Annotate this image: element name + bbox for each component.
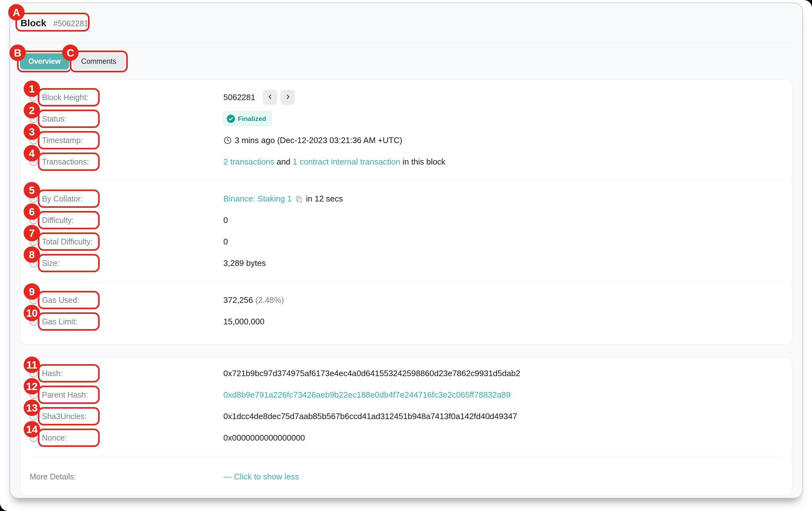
details-card: ?Hash:110x721b9bc97d374975af6173e4ec4a0d… (20, 357, 792, 496)
help-icon[interactable]: ? (30, 195, 37, 203)
value-text: 3,289 bytes (223, 258, 266, 268)
row-label-text: Status: (42, 114, 66, 124)
value-text: 3 mins ago (Dec-12-2023 03:21:36 AM +UTC… (235, 135, 402, 145)
row-label-text: Nonce: (42, 433, 67, 442)
row-label-cell: ?Total Difficulty:7 (30, 237, 223, 246)
row-value-cell: Binance: Staking 1in 12 secs (223, 194, 783, 204)
value-text: 372,256 (223, 295, 255, 305)
help-icon[interactable]: ? (30, 115, 37, 123)
row-label-text: Timestamp: (42, 136, 83, 145)
value-text: 0 (223, 237, 228, 247)
status-badge: Finalized (223, 111, 271, 126)
next-block-button[interactable] (281, 90, 295, 105)
tab-comments[interactable]: CommentsC (72, 53, 125, 70)
value-text: 5062281 (223, 92, 255, 102)
detail-row: ?Gas Used:9372,256 (2.48%) (30, 289, 783, 311)
row-label-cell: ?Block Height:1 (30, 93, 223, 102)
detail-row: ?By Collator:5Binance: Staking 1in 12 se… (30, 188, 783, 209)
row-label-text: Sha3Uncles: (42, 412, 87, 421)
value-link[interactable]: 1 contract internal transaction (293, 157, 400, 167)
row-value-cell: 0 (223, 237, 783, 247)
detail-row: ?Nonce:140x0000000000000000 (30, 427, 783, 449)
row-value-cell: 3,289 bytes (223, 258, 783, 268)
value-text: 0x0000000000000000 (223, 433, 305, 443)
detail-row: ?Sha3Uncles:130x1dcc4de8dec75d7aab85b567… (30, 405, 783, 427)
help-icon[interactable]: ? (30, 136, 37, 144)
row-label-cell: ?Difficulty:6 (30, 216, 223, 225)
details-card: ?Block Height:15062281?Status:2Finalized… (20, 79, 792, 345)
row-label-text: By Collator: (42, 194, 83, 204)
detail-row: ?Transactions:42 transactions and 1 cont… (30, 151, 783, 172)
value-link[interactable]: Binance: Staking 1 (223, 194, 292, 204)
value-link[interactable]: 2 transactions (223, 157, 274, 167)
row-label-cell: More Details: (30, 472, 223, 481)
help-icon[interactable]: ? (30, 434, 37, 442)
value-link[interactable]: 0xd8b9e791a226fc73426aeb9b22ec188e0db4f7… (223, 390, 511, 400)
help-icon[interactable]: ? (30, 318, 37, 326)
row-label-cell: ?Gas Limit:10 (30, 317, 223, 326)
copy-icon[interactable] (295, 195, 303, 203)
help-icon[interactable]: ? (30, 216, 37, 224)
value-muted-text: (2.48%) (255, 295, 284, 305)
row-label-text: Difficulty: (42, 216, 74, 225)
row-value-cell: 0x721b9bc97d374975af6173e4ec4a0d64155324… (223, 369, 783, 378)
block-explorer-page: Block #5062281 A OverviewBCommentsC ?Blo… (9, 2, 803, 499)
block-number: #5062281 (53, 19, 88, 28)
row-label-cell: ?Gas Used:9 (30, 296, 223, 305)
detail-row: ?Block Height:15062281 (30, 86, 783, 108)
row-label-cell: ?Nonce:14 (30, 433, 223, 442)
row-value-cell: 5062281 (223, 90, 783, 105)
row-label-text: Hash: (42, 369, 62, 378)
row-value-cell: — Click to show less (223, 472, 783, 482)
row-value-cell: 15,000,000 (223, 317, 783, 327)
help-icon[interactable]: ? (30, 296, 37, 304)
prev-block-button[interactable] (263, 90, 277, 105)
value-link[interactable]: — Click to show less (223, 472, 299, 482)
row-label-text: Gas Limit: (42, 317, 78, 326)
row-label-text: Gas Used: (42, 296, 79, 305)
screenshot-canvas: Block #5062281 A OverviewBCommentsC ?Blo… (0, 0, 812, 511)
annotation-badge: B (9, 45, 26, 61)
value-text: 15,000,000 (223, 317, 264, 327)
value-text: 0x721b9bc97d374975af6173e4ec4a0d64155324… (223, 369, 520, 378)
detail-row: ?Total Difficulty:70 (30, 231, 783, 252)
value-text: 0x1dcc4de8dec75d7aab85b567b6ccd41ad31245… (223, 411, 517, 421)
tab-label: Comments (81, 57, 116, 66)
detail-row: ?Status:2Finalized (30, 108, 783, 130)
help-icon[interactable]: ? (30, 370, 37, 377)
row-value-cell: 372,256 (2.48%) (223, 295, 783, 305)
tab-bar: OverviewBCommentsC (20, 53, 792, 70)
row-value-cell: 0xd8b9e791a226fc73426aeb9b22ec188e0db4f7… (223, 390, 783, 400)
chevron-left-icon (267, 93, 273, 101)
status-badge-label: Finalized (238, 115, 266, 123)
row-label-text: More Details: (30, 472, 76, 481)
row-label-cell: ?Size:8 (30, 259, 223, 268)
row-label-cell: ?Status:2 (30, 114, 223, 124)
detail-row: ?Gas Limit:1015,000,000 (30, 311, 783, 332)
detail-row: More Details:— Click to show less (30, 464, 783, 489)
row-value-cell: Finalized (223, 111, 783, 126)
block-details: ?Block Height:15062281?Status:2Finalized… (20, 79, 792, 496)
row-value-cell: 2 transactions and 1 contract internal t… (223, 157, 783, 167)
tab-overview[interactable]: OverviewB (20, 53, 69, 70)
help-icon[interactable]: ? (30, 158, 37, 166)
help-icon[interactable]: ? (30, 238, 37, 246)
divider (30, 180, 783, 180)
divider (30, 456, 783, 456)
value-text: in this block (400, 157, 445, 167)
row-label-text: Parent Hash: (42, 391, 88, 400)
check-icon (227, 115, 235, 123)
page-title: Block (21, 18, 47, 28)
tab-label: Overview (28, 57, 61, 66)
row-label-cell: ?Hash:11 (30, 369, 223, 378)
row-label-cell: ?Timestamp:3 (30, 136, 223, 145)
row-value-cell: 0x1dcc4de8dec75d7aab85b567b6ccd41ad31245… (223, 411, 783, 421)
help-icon[interactable]: ? (30, 93, 37, 101)
help-icon[interactable]: ? (30, 259, 37, 267)
divider (30, 281, 783, 282)
help-icon[interactable]: ? (30, 391, 37, 399)
row-label-text: Size: (42, 259, 60, 268)
chevron-right-icon (285, 93, 291, 101)
row-value-cell: 3 mins ago (Dec-12-2023 03:21:36 AM +UTC… (223, 135, 783, 145)
help-icon[interactable]: ? (30, 412, 37, 420)
